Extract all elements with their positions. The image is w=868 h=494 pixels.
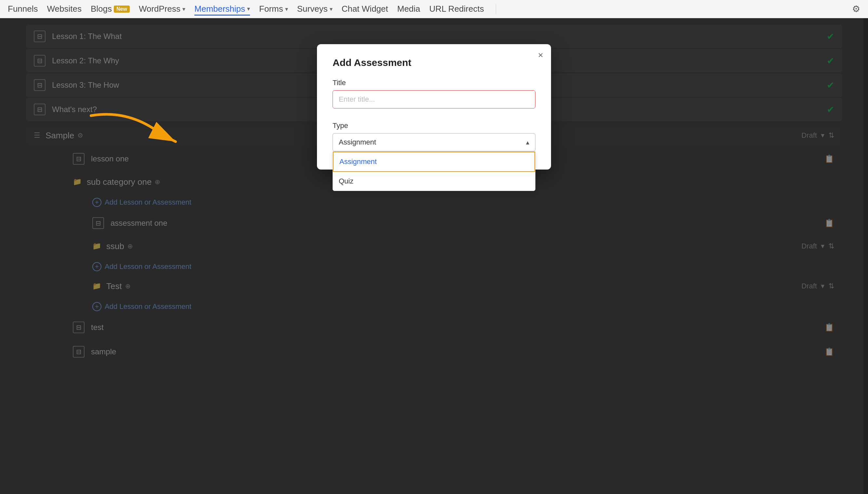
blogs-new-badge: New xyxy=(114,5,130,13)
arrow-annotation xyxy=(65,106,188,171)
type-select-wrapper: Assignment ▴ Assignment Quiz xyxy=(332,133,536,151)
nav-wordpress[interactable]: WordPress ▾ xyxy=(139,3,185,15)
nav-surveys[interactable]: Surveys ▾ xyxy=(297,3,332,15)
modal-title: Add Assessment xyxy=(332,57,536,68)
title-input[interactable] xyxy=(332,90,536,109)
wordpress-chevron: ▾ xyxy=(182,5,185,13)
settings-gear-icon[interactable]: ⚙ xyxy=(852,4,860,14)
nav-url-redirects[interactable]: URL Redirects xyxy=(430,3,484,15)
title-label: Title xyxy=(332,79,536,87)
nav-funnels[interactable]: Funnels xyxy=(8,3,38,15)
memberships-chevron: ▾ xyxy=(247,5,250,12)
dropdown-item-quiz[interactable]: Quiz xyxy=(333,172,535,191)
select-chevron-up-icon: ▴ xyxy=(526,138,529,146)
nav-websites[interactable]: Websites xyxy=(47,3,82,15)
type-select-display[interactable]: Assignment ▴ xyxy=(332,133,536,151)
dropdown-item-assignment[interactable]: Assignment xyxy=(333,152,535,172)
title-form-group: Title xyxy=(332,79,536,116)
nav-media[interactable]: Media xyxy=(397,3,420,15)
type-dropdown-menu: Assignment Quiz xyxy=(332,151,536,191)
modal-close-button[interactable]: × xyxy=(538,51,543,60)
surveys-chevron: ▾ xyxy=(330,5,332,13)
top-navigation: Funnels Websites Blogs New WordPress ▾ M… xyxy=(0,0,868,18)
type-selected-value: Assignment xyxy=(339,138,376,147)
type-label: Type xyxy=(332,121,536,130)
nav-divider xyxy=(496,4,496,14)
main-content-area: ⊟ Lesson 1: The What ✔ ⊟ Lesson 2: The W… xyxy=(0,18,868,494)
nav-blogs[interactable]: Blogs New xyxy=(91,3,130,15)
modal-overlay: × Add Assessment Title Type Assignment ▴… xyxy=(0,18,868,494)
nav-forms[interactable]: Forms ▾ xyxy=(259,3,288,15)
type-form-group: Type Assignment ▴ Assignment Quiz xyxy=(332,121,536,151)
nav-chat-widget[interactable]: Chat Widget xyxy=(342,3,388,15)
add-assessment-modal: × Add Assessment Title Type Assignment ▴… xyxy=(317,44,551,170)
nav-memberships[interactable]: Memberships ▾ xyxy=(194,3,250,16)
forms-chevron: ▾ xyxy=(285,5,288,13)
